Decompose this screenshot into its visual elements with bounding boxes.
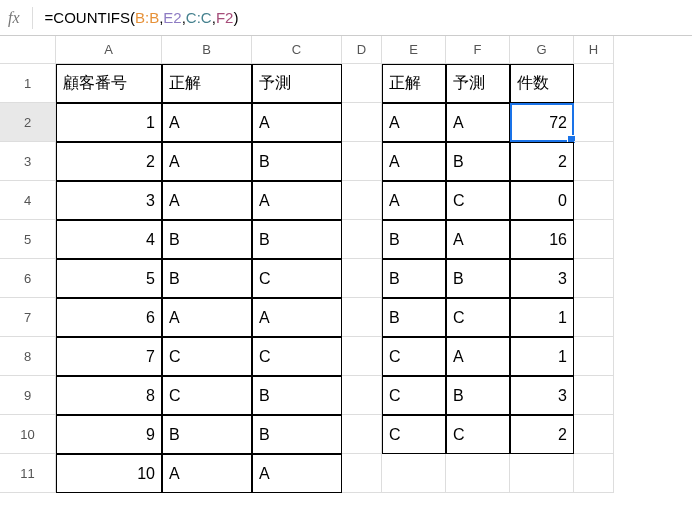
cell-B3[interactable]: A xyxy=(162,142,252,181)
cell-E11[interactable] xyxy=(382,454,446,493)
cell-F10[interactable]: C xyxy=(446,415,510,454)
cell-G9[interactable]: 3 xyxy=(510,376,574,415)
cell-F3[interactable]: B xyxy=(446,142,510,181)
row-header-5[interactable]: 5 xyxy=(0,220,56,259)
col-header-G[interactable]: G xyxy=(510,36,574,64)
cell-G4[interactable]: 0 xyxy=(510,181,574,220)
col-header-E[interactable]: E xyxy=(382,36,446,64)
select-all-corner[interactable] xyxy=(0,36,56,64)
row-header-10[interactable]: 10 xyxy=(0,415,56,454)
cell-C6[interactable]: C xyxy=(252,259,342,298)
cell-G10[interactable]: 2 xyxy=(510,415,574,454)
cell-F9[interactable]: B xyxy=(446,376,510,415)
cell-D4[interactable] xyxy=(342,181,382,220)
row-header-6[interactable]: 6 xyxy=(0,259,56,298)
cell-B2[interactable]: A xyxy=(162,103,252,142)
cell-F7[interactable]: C xyxy=(446,298,510,337)
cell-H3[interactable] xyxy=(574,142,614,181)
cell-H10[interactable] xyxy=(574,415,614,454)
cell-A9[interactable]: 8 xyxy=(56,376,162,415)
cell-H6[interactable] xyxy=(574,259,614,298)
cell-D9[interactable] xyxy=(342,376,382,415)
cell-H5[interactable] xyxy=(574,220,614,259)
row-header-9[interactable]: 9 xyxy=(0,376,56,415)
cell-E4[interactable]: A xyxy=(382,181,446,220)
row-header-4[interactable]: 4 xyxy=(0,181,56,220)
cell-B6[interactable]: B xyxy=(162,259,252,298)
cell-E7[interactable]: B xyxy=(382,298,446,337)
cell-C9[interactable]: B xyxy=(252,376,342,415)
cell-H4[interactable] xyxy=(574,181,614,220)
cell-G8[interactable]: 1 xyxy=(510,337,574,376)
cell-A8[interactable]: 7 xyxy=(56,337,162,376)
cell-C5[interactable]: B xyxy=(252,220,342,259)
cell-H8[interactable] xyxy=(574,337,614,376)
cell-H2[interactable] xyxy=(574,103,614,142)
cell-A10[interactable]: 9 xyxy=(56,415,162,454)
cell-C7[interactable]: A xyxy=(252,298,342,337)
row-header-3[interactable]: 3 xyxy=(0,142,56,181)
cell-C3[interactable]: B xyxy=(252,142,342,181)
cell-G2-selected[interactable]: 72 xyxy=(510,103,574,142)
cell-D10[interactable] xyxy=(342,415,382,454)
cell-G11[interactable] xyxy=(510,454,574,493)
col-header-F[interactable]: F xyxy=(446,36,510,64)
cell-C8[interactable]: C xyxy=(252,337,342,376)
cell-F6[interactable]: B xyxy=(446,259,510,298)
cell-F8[interactable]: A xyxy=(446,337,510,376)
cell-G5[interactable]: 16 xyxy=(510,220,574,259)
col-header-H[interactable]: H xyxy=(574,36,614,64)
cell-A11[interactable]: 10 xyxy=(56,454,162,493)
cell-H1[interactable] xyxy=(574,64,614,103)
col-header-A[interactable]: A xyxy=(56,36,162,64)
cell-F1[interactable]: 予測 xyxy=(446,64,510,103)
col-header-C[interactable]: C xyxy=(252,36,342,64)
cell-E6[interactable]: B xyxy=(382,259,446,298)
cell-D6[interactable] xyxy=(342,259,382,298)
cell-G7[interactable]: 1 xyxy=(510,298,574,337)
cell-B9[interactable]: C xyxy=(162,376,252,415)
cell-B4[interactable]: A xyxy=(162,181,252,220)
cell-A3[interactable]: 2 xyxy=(56,142,162,181)
cell-B1[interactable]: 正解 xyxy=(162,64,252,103)
cell-B10[interactable]: B xyxy=(162,415,252,454)
cell-D5[interactable] xyxy=(342,220,382,259)
cell-G6[interactable]: 3 xyxy=(510,259,574,298)
cell-D11[interactable] xyxy=(342,454,382,493)
cell-F4[interactable]: C xyxy=(446,181,510,220)
cell-A1[interactable]: 顧客番号 xyxy=(56,64,162,103)
cell-D1[interactable] xyxy=(342,64,382,103)
cell-G3[interactable]: 2 xyxy=(510,142,574,181)
cell-C4[interactable]: A xyxy=(252,181,342,220)
cell-D7[interactable] xyxy=(342,298,382,337)
cell-G1[interactable]: 件数 xyxy=(510,64,574,103)
cell-H11[interactable] xyxy=(574,454,614,493)
cell-A4[interactable]: 3 xyxy=(56,181,162,220)
cell-E8[interactable]: C xyxy=(382,337,446,376)
cell-E2[interactable]: A xyxy=(382,103,446,142)
cell-C1[interactable]: 予測 xyxy=(252,64,342,103)
cell-E5[interactable]: B xyxy=(382,220,446,259)
cell-B11[interactable]: A xyxy=(162,454,252,493)
formula-input[interactable]: =COUNTIFS(B:B,E2,C:C,F2) xyxy=(45,9,684,26)
cell-B5[interactable]: B xyxy=(162,220,252,259)
row-header-2[interactable]: 2 xyxy=(0,103,56,142)
cell-D3[interactable] xyxy=(342,142,382,181)
cell-B8[interactable]: C xyxy=(162,337,252,376)
cell-D8[interactable] xyxy=(342,337,382,376)
cell-C10[interactable]: B xyxy=(252,415,342,454)
cell-A6[interactable]: 5 xyxy=(56,259,162,298)
row-header-8[interactable]: 8 xyxy=(0,337,56,376)
cell-C11[interactable]: A xyxy=(252,454,342,493)
cell-E9[interactable]: C xyxy=(382,376,446,415)
row-header-7[interactable]: 7 xyxy=(0,298,56,337)
cell-F5[interactable]: A xyxy=(446,220,510,259)
cell-B7[interactable]: A xyxy=(162,298,252,337)
cell-C2[interactable]: A xyxy=(252,103,342,142)
cell-H9[interactable] xyxy=(574,376,614,415)
cell-D2[interactable] xyxy=(342,103,382,142)
cell-A5[interactable]: 4 xyxy=(56,220,162,259)
cell-F2[interactable]: A xyxy=(446,103,510,142)
col-header-D[interactable]: D xyxy=(342,36,382,64)
cell-F11[interactable] xyxy=(446,454,510,493)
